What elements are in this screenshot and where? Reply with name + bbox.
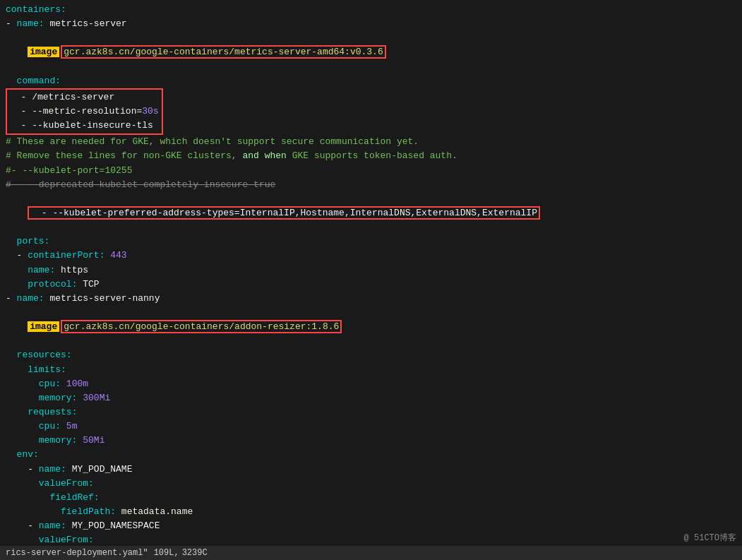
line-27: memory: 50Mi (6, 434, 736, 448)
line-4: command: (6, 74, 736, 88)
status-col: 3239C (182, 547, 208, 559)
line-30: valueFrom: (6, 477, 736, 491)
line-25: requests: (6, 405, 736, 419)
line-31: fieldRef: (6, 491, 736, 505)
status-bar: rics-server-deployment.yaml" 109L, 3239C (0, 546, 742, 560)
line-19: - name: metrics-server-nanny (6, 292, 736, 306)
watermark: @ 51CTO博客 (684, 532, 736, 544)
line-32: fieldPath: metadata.name (6, 505, 736, 519)
line-10: # These are needed for GKE, which doesn'… (6, 135, 736, 149)
line-15: ports: (6, 234, 736, 249)
image-label-2: image (28, 321, 59, 332)
line-12: #- --kubelet-port=10255 (6, 164, 736, 178)
line-21: resources: (6, 348, 736, 362)
line-1: containers: (6, 3, 736, 17)
line-20: imagegcr.azk8s.cn/google-containers/addo… (6, 306, 736, 348)
line-7: - --metric-resolution=30s (10, 105, 159, 119)
image-label: image (28, 47, 59, 57)
line-29: - name: MY_POD_NAME (6, 463, 736, 477)
line-18: protocol: TCP (6, 278, 736, 292)
line-23: cpu: 100m (6, 377, 736, 391)
line-16: - containerPort: 443 (6, 249, 736, 263)
line-13: # --deprecated-kubelet-completely-insecu… (6, 178, 736, 192)
command-block: - /metrics-server - --metric-resolution=… (6, 88, 163, 135)
line-6: - /metrics-server (10, 90, 159, 105)
line-28: env: (6, 448, 736, 462)
status-filename: rics-server-deployment.yaml" (6, 547, 148, 559)
line-11: # Remove these lines for non-GKE cluster… (6, 149, 736, 163)
line-2: - name: metrics-server (6, 17, 736, 31)
line-22: limits: (6, 363, 736, 377)
line-33: - name: MY_POD_NAMESPACE (6, 519, 736, 533)
line-17: name: https (6, 263, 736, 278)
editor-area: containers: - name: metrics-server image… (0, 0, 742, 551)
line-24: memory: 300Mi (6, 391, 736, 405)
line-3: imagegcr.azk8s.cn/google-containers/metr… (6, 31, 736, 73)
line-26: cpu: 5m (6, 419, 736, 434)
line-14: - --kubelet-preferred-address-types=Inte… (6, 192, 736, 234)
status-line: 109L, (154, 547, 179, 559)
line-8: - --kubelet-insecure-tls (10, 119, 159, 133)
